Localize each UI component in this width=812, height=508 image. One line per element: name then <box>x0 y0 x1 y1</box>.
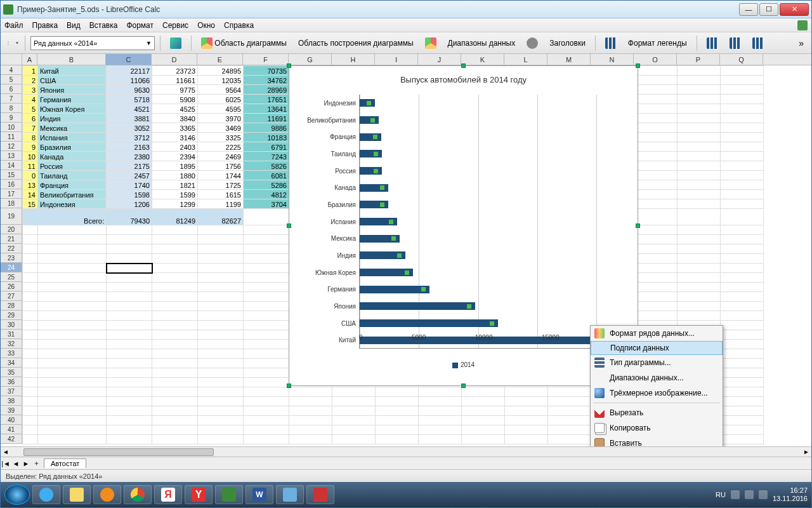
chart-legend[interactable]: 2014 <box>289 361 638 368</box>
tray-volume-icon[interactable] <box>759 490 768 499</box>
ctx-item[interactable]: Тип диаграммы... <box>591 355 723 370</box>
titlebar: Пример-Занятие_5.ods - LibreOffice Calc … <box>1 1 811 18</box>
task-ie[interactable] <box>32 485 60 504</box>
scroll-right-icon[interactable]: ► <box>801 448 811 455</box>
legend-format-button[interactable]: Формат легенды <box>624 36 691 51</box>
horizontal-scrollbar[interactable]: ◄ ► <box>1 446 811 457</box>
menu-help[interactable]: Справка <box>224 21 254 30</box>
chevron-down-icon: ▼ <box>146 40 152 46</box>
resize-handle[interactable] <box>287 384 291 388</box>
resize-handle[interactable] <box>461 64 466 68</box>
task-calc[interactable] <box>215 485 243 504</box>
chart-area-button[interactable]: Область диаграммы <box>197 36 291 51</box>
select-all-corner[interactable] <box>1 54 22 65</box>
chart-title[interactable]: Выпуск автомобилей в 2014 году <box>289 66 638 88</box>
resize-handle[interactable] <box>287 224 291 228</box>
task-explorer[interactable] <box>63 485 91 504</box>
status-text: Выделен: Ряд данных «2014» <box>6 472 102 480</box>
menu-file[interactable]: Файл <box>4 21 23 30</box>
ctx-item[interactable]: Трёхмерное изображение... <box>591 385 723 401</box>
task-images[interactable] <box>276 485 304 504</box>
close-button[interactable]: ✕ <box>780 3 809 16</box>
chart-wall-button[interactable] <box>421 36 441 51</box>
legend-swatch <box>452 363 458 368</box>
legend-toggle-button[interactable] <box>601 36 621 51</box>
table-icon <box>527 37 538 49</box>
row-headers[interactable]: 4567891011121314151617181920212223242526… <box>1 65 22 444</box>
task-media[interactable] <box>93 485 121 504</box>
taskbar: Я Y W RU 16:27 13.11.2016 <box>1 482 811 507</box>
task-yandex[interactable]: Я <box>154 485 182 504</box>
axis-button[interactable] <box>748 36 768 51</box>
menu-tools[interactable]: Сервис <box>162 21 188 30</box>
tab-next[interactable]: ► <box>21 460 31 467</box>
pie-icon <box>201 37 213 49</box>
chart-plot-area[interactable]: ИндонезияВеликобританияФранцияТаиландРос… <box>359 95 626 349</box>
resize-handle[interactable] <box>636 224 640 228</box>
start-button[interactable] <box>4 485 30 505</box>
resize-handle[interactable] <box>461 384 466 388</box>
titles-button[interactable]: Заголовки <box>545 36 590 51</box>
tab-prev[interactable]: ◄ <box>11 460 21 467</box>
task-capture[interactable] <box>306 485 334 504</box>
cube-icon <box>170 37 181 49</box>
ctx-item[interactable]: Копировать <box>591 420 723 436</box>
chart-wall-icon <box>425 37 436 49</box>
series-combo[interactable]: Ряд данных «2014» ▼ <box>30 36 155 50</box>
resize-handle[interactable] <box>287 64 291 68</box>
data-table-button[interactable] <box>522 36 542 51</box>
resize-handle[interactable] <box>636 64 640 68</box>
toolbar-overflow-icon[interactable]: ▾ <box>16 40 18 46</box>
task-chrome[interactable] <box>124 485 152 504</box>
ctx-item[interactable]: Подписи данных <box>591 341 723 355</box>
sheet-tab[interactable]: Автостат <box>44 458 86 468</box>
grid-h-button[interactable] <box>702 36 723 51</box>
maximize-button[interactable]: ☐ <box>759 3 778 16</box>
tab-add[interactable]: ＋ <box>31 458 41 468</box>
task-word[interactable]: W <box>246 485 273 504</box>
ctx-item[interactable]: Формат рядов данных... <box>591 326 723 341</box>
series-combo-value: Ряд данных «2014» <box>34 39 97 47</box>
minimize-button[interactable]: — <box>739 3 758 16</box>
tray-clock[interactable]: 16:27 13.11.2016 <box>773 486 808 503</box>
column-headers[interactable]: ABCDEFGHIJKLMNOPQ <box>22 54 811 65</box>
chart-object[interactable]: Выпуск автомобилей в 2014 году Индонезия… <box>289 65 638 386</box>
chart-toolbar: ⋮ ▾ Ряд данных «2014» ▼ Область диаграмм… <box>1 32 811 54</box>
grid-v-button[interactable] <box>725 36 745 51</box>
menu-insert[interactable]: Вставка <box>89 21 118 30</box>
tray-network-icon[interactable] <box>745 490 754 499</box>
app-icon <box>3 4 13 15</box>
menu-edit[interactable]: Правка <box>32 21 58 30</box>
toolbar-grip: ⋮ <box>6 40 11 46</box>
download-icon[interactable] <box>797 20 808 30</box>
statusbar: Выделен: Ряд данных «2014» <box>1 469 811 482</box>
tab-first[interactable]: |◄ <box>1 460 11 467</box>
task-yandex2[interactable]: Y <box>185 485 213 504</box>
tray-flag-icon[interactable] <box>731 490 740 499</box>
ctx-item[interactable]: Вставить <box>591 436 723 446</box>
chart-x-ticks: 05000100001500020000 <box>359 334 626 341</box>
ctx-item[interactable]: Вырезать <box>591 405 723 420</box>
axis-icon <box>752 37 764 49</box>
spreadsheet-area[interactable]: ABCDEFGHIJKLMNOPQ 4567891011121314151617… <box>1 54 811 446</box>
menu-view[interactable]: Вид <box>67 21 81 30</box>
menu-format[interactable]: Формат <box>126 21 154 30</box>
legend-icon <box>605 37 617 49</box>
ctx-item[interactable]: Диапазоны данных... <box>591 370 723 385</box>
toolbar-more[interactable]: » <box>795 38 808 48</box>
grid-h-icon <box>707 37 718 49</box>
3d-view-button[interactable] <box>166 36 186 51</box>
context-menu: Формат рядов данных...Подписи данныхТип … <box>590 325 723 446</box>
menubar: Файл Правка Вид Вставка Формат Сервис Ок… <box>1 18 811 32</box>
menu-window[interactable]: Окно <box>197 21 215 30</box>
sheet-tabs-bar: |◄ ◄ ► ＋ Автостат <box>1 457 811 469</box>
window-title: Пример-Занятие_5.ods - LibreOffice Calc <box>17 5 739 14</box>
tray-lang[interactable]: RU <box>716 491 726 498</box>
scroll-thumb[interactable] <box>23 448 214 456</box>
plot-area-button[interactable]: Область построения диаграммы <box>294 36 418 51</box>
grid-v-icon <box>730 37 741 49</box>
scroll-left-icon[interactable]: ◄ <box>1 448 11 455</box>
data-ranges-button[interactable]: Диапазоны данных <box>443 36 520 51</box>
